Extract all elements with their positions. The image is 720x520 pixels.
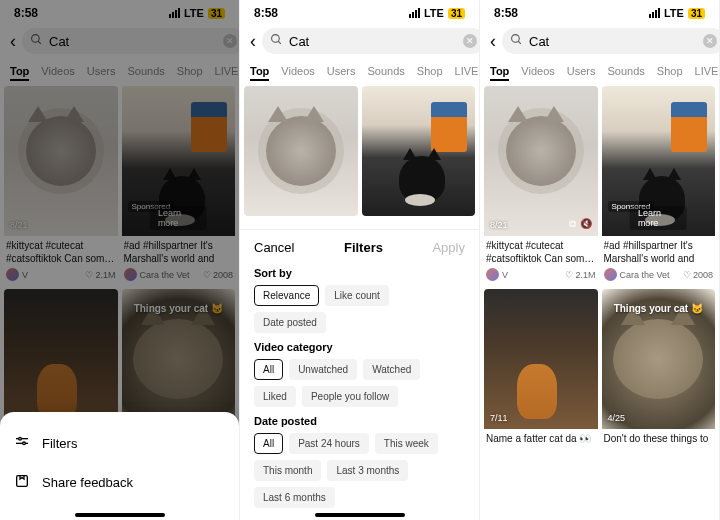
tab-shop[interactable]: Shop xyxy=(657,65,683,77)
tab-users[interactable]: Users xyxy=(87,65,116,77)
svg-point-7 xyxy=(272,35,280,43)
video-card[interactable]: Sponsored Learn more #ad #hillspartner I… xyxy=(602,86,716,285)
video-card[interactable]: Sponsored Learn more #ad #hillspartner I… xyxy=(122,86,236,285)
date-badge: 4/25 xyxy=(608,413,626,423)
tab-sounds[interactable]: Sounds xyxy=(128,65,165,77)
chip-like-count[interactable]: Like count xyxy=(325,285,389,306)
video-caption: Don't do these things to xyxy=(604,433,714,446)
results-grid: 8/21 ⧉ 🔇 #kittycat #cutecat #catsoftikto… xyxy=(480,82,719,454)
sort-by-title: Sort by xyxy=(254,267,465,279)
signal-icon xyxy=(409,8,420,18)
signal-icon xyxy=(169,8,180,18)
tab-videos[interactable]: Videos xyxy=(281,65,314,77)
chip-this-week[interactable]: This week xyxy=(375,433,438,454)
phone-screen-1: 8:58 LTE 31 ‹ ✕ ⋯ Top Videos Users Sound… xyxy=(0,0,240,520)
mute-icon[interactable]: 🔇 xyxy=(580,218,592,230)
bottom-sheet: Filters Share feedback xyxy=(0,412,239,520)
chip-liked[interactable]: Liked xyxy=(254,386,296,407)
chip-watched[interactable]: Watched xyxy=(363,359,420,380)
tab-top[interactable]: Top xyxy=(250,65,269,77)
tab-live[interactable]: LIVE xyxy=(215,65,239,77)
video-caption: #ad #hillspartner It's Marshall's world … xyxy=(124,240,234,265)
collection-icon[interactable]: ⧉ xyxy=(569,218,576,230)
sort-chips: Relevance Like count Date posted xyxy=(254,285,465,333)
learn-more-button[interactable]: Learn more xyxy=(630,206,687,230)
tab-users[interactable]: Users xyxy=(567,65,596,77)
home-indicator xyxy=(75,513,165,517)
apply-button[interactable]: Apply xyxy=(432,240,465,255)
svg-line-1 xyxy=(38,41,41,44)
tab-live[interactable]: LIVE xyxy=(695,65,719,77)
svg-line-10 xyxy=(518,41,521,44)
search-input[interactable] xyxy=(49,34,217,49)
date-badge: 8/21 xyxy=(490,220,508,230)
carrier-label: LTE xyxy=(184,7,204,19)
chip-last-3-months[interactable]: Last 3 months xyxy=(327,460,408,481)
tab-sounds[interactable]: Sounds xyxy=(608,65,645,77)
status-bar: 8:58 LTE 31 xyxy=(0,0,239,22)
tab-top[interactable]: Top xyxy=(10,65,29,77)
search-box[interactable]: ✕ xyxy=(502,28,720,54)
chip-all[interactable]: All xyxy=(254,359,283,380)
chip-relevance[interactable]: Relevance xyxy=(254,285,319,306)
username: V xyxy=(502,270,508,280)
status-time: 8:58 xyxy=(14,6,38,20)
video-card[interactable]: Things your cat 🐱 xyxy=(122,289,236,429)
status-time: 8:58 xyxy=(494,6,518,20)
search-row: ‹ ✕ ⋯ xyxy=(480,22,719,60)
video-card[interactable]: 8/21 #kittycat #cutecat #catsoftiktok Ca… xyxy=(4,86,118,285)
video-card[interactable]: 8/21 ⧉ 🔇 #kittycat #cutecat #catsoftikto… xyxy=(484,86,598,285)
search-row: ‹ ✕ ⋯ xyxy=(0,22,239,60)
video-thumb: Sponsored Learn more xyxy=(602,86,716,236)
video-card[interactable]: Things your cat 🐱 4/25 Don't do these th… xyxy=(602,289,716,450)
cancel-button[interactable]: Cancel xyxy=(254,240,294,255)
svg-point-9 xyxy=(512,35,520,43)
tab-top[interactable]: Top xyxy=(490,65,509,77)
chip-last-6-months[interactable]: Last 6 months xyxy=(254,487,335,508)
tab-videos[interactable]: Videos xyxy=(521,65,554,77)
search-input[interactable] xyxy=(529,34,697,49)
username: Cara the Vet xyxy=(140,270,190,280)
like-count: 2008 xyxy=(213,270,233,280)
chip-people-you-follow[interactable]: People you follow xyxy=(302,386,398,407)
tab-live[interactable]: LIVE xyxy=(455,65,479,77)
home-indicator xyxy=(315,513,405,517)
signal-icon xyxy=(649,8,660,18)
tab-users[interactable]: Users xyxy=(327,65,356,77)
back-icon[interactable]: ‹ xyxy=(10,31,16,52)
video-card[interactable] xyxy=(244,86,358,216)
search-box[interactable]: ✕ xyxy=(262,28,480,54)
chip-date-posted[interactable]: Date posted xyxy=(254,312,326,333)
video-card[interactable] xyxy=(4,289,118,429)
tab-shop[interactable]: Shop xyxy=(417,65,443,77)
video-card[interactable] xyxy=(362,86,476,216)
video-card[interactable]: 7/11 Name a fatter cat da 👀 xyxy=(484,289,598,450)
search-icon xyxy=(30,32,43,50)
learn-more-button[interactable]: Learn more xyxy=(150,206,207,230)
chip-this-month[interactable]: This month xyxy=(254,460,321,481)
feedback-row[interactable]: Share feedback xyxy=(14,463,225,502)
clear-icon[interactable]: ✕ xyxy=(463,34,477,48)
tab-shop[interactable]: Shop xyxy=(177,65,203,77)
status-right: LTE 31 xyxy=(409,7,465,19)
heart-icon: ♡ xyxy=(203,270,211,280)
filters-title: Filters xyxy=(344,240,383,255)
chip-date-all[interactable]: All xyxy=(254,433,283,454)
back-icon[interactable]: ‹ xyxy=(490,31,496,52)
tab-sounds[interactable]: Sounds xyxy=(368,65,405,77)
search-input[interactable] xyxy=(289,34,457,49)
date-badge: 8/21 xyxy=(10,220,28,230)
back-icon[interactable]: ‹ xyxy=(250,31,256,52)
search-box[interactable]: ✕ xyxy=(22,28,240,54)
video-thumb xyxy=(4,289,118,429)
clear-icon[interactable]: ✕ xyxy=(223,34,237,48)
status-right: LTE 31 xyxy=(649,7,705,19)
chip-past-24h[interactable]: Past 24 hours xyxy=(289,433,369,454)
chip-unwatched[interactable]: Unwatched xyxy=(289,359,357,380)
clear-icon[interactable]: ✕ xyxy=(703,34,717,48)
feedback-label: Share feedback xyxy=(42,475,133,490)
avatar xyxy=(124,268,137,281)
filters-row[interactable]: Filters xyxy=(14,424,225,463)
tab-videos[interactable]: Videos xyxy=(41,65,74,77)
username: Cara the Vet xyxy=(620,270,670,280)
